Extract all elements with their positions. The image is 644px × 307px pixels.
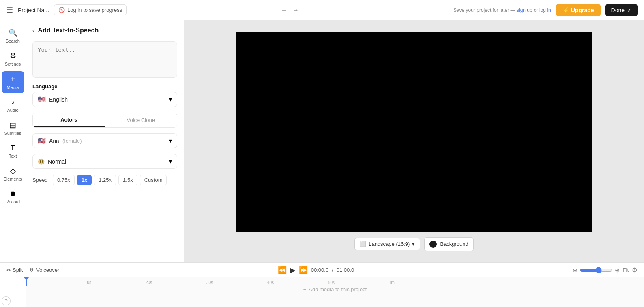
- ruler-mark-20s: 20s: [146, 280, 152, 285]
- actor-voice-tabs: Actors Voice Clone: [32, 113, 177, 128]
- voice-clone-tab[interactable]: Voice Clone: [105, 113, 177, 127]
- sidebar-item-search[interactable]: 🔍 Search: [2, 25, 24, 47]
- log-in-link[interactable]: log in: [539, 7, 551, 13]
- panel-title: Add Text-to-Speech: [38, 27, 99, 34]
- mood-chevron-icon: ▾: [169, 158, 172, 165]
- sidebar-label-media: Media: [7, 85, 19, 90]
- speed-075x[interactable]: 0.75x: [53, 175, 75, 185]
- actor-name: Aria: [49, 138, 59, 144]
- language-section: Language 🇺🇸 English ▾: [32, 83, 177, 107]
- actors-tab[interactable]: Actors: [33, 113, 105, 127]
- mood-value: Normal: [48, 158, 66, 165]
- zoom-out-button[interactable]: ⊖: [573, 267, 577, 273]
- actor-dropdown[interactable]: 🇺🇸 Aria (female) ▾: [32, 133, 177, 148]
- sidebar-item-settings[interactable]: ⚙ Settings: [2, 48, 24, 70]
- language-dropdown[interactable]: 🇺🇸 English ▾: [32, 92, 177, 107]
- add-media-icon: +: [303, 286, 307, 292]
- timeline-left-gutter: ?: [0, 277, 26, 307]
- sidebar-item-record[interactable]: ⏺ Record: [2, 186, 24, 207]
- undo-button[interactable]: ←: [279, 5, 289, 15]
- topbar-left: ☰ Project Na... 🚫 Log in to save progres…: [6, 4, 127, 15]
- forward-button[interactable]: ⏩: [299, 266, 308, 275]
- ruler-mark-10s: 10s: [85, 280, 91, 285]
- speed-15x[interactable]: 1.5x: [118, 175, 137, 185]
- mood-icon: 🙂: [38, 158, 45, 165]
- speed-buttons: 0.75x 1x 1.25x 1.5x Custom: [53, 175, 167, 185]
- landscape-label: Landscape (16:9): [369, 241, 410, 247]
- timeline-settings-button[interactable]: ⚙: [632, 266, 638, 274]
- zoom-slider[interactable]: [580, 267, 612, 273]
- actor-chevron-icon: ▾: [169, 137, 172, 145]
- language-value: English: [49, 96, 68, 103]
- speed-125x[interactable]: 1.25x: [94, 175, 116, 185]
- mood-selector: 🙂 Normal ▾: [32, 154, 177, 169]
- voiceover-button[interactable]: 🎙 Voiceover: [29, 267, 59, 273]
- done-label: Done: [611, 7, 625, 13]
- sidebar-label-search: Search: [6, 38, 20, 43]
- playhead: [26, 277, 27, 286]
- video-canvas: [236, 32, 592, 232]
- mood-dropdown[interactable]: 🙂 Normal ▾: [32, 154, 177, 169]
- split-label: Split: [13, 267, 23, 273]
- actor-selector: 🇺🇸 Aria (female) ▾: [32, 133, 177, 148]
- fit-button[interactable]: Fit: [623, 267, 629, 273]
- sidebar-label-subtitles: Subtitles: [4, 131, 21, 136]
- speed-custom[interactable]: Custom: [140, 175, 167, 185]
- canvas-area: ⬜ Landscape (16:9) ▾ Background: [184, 20, 644, 262]
- landscape-icon: ⬜: [360, 241, 366, 247]
- actor-gender: (female): [62, 138, 82, 144]
- upgrade-button[interactable]: ⚡ Upgrade: [556, 4, 601, 16]
- split-button[interactable]: ✂ Split: [6, 267, 23, 273]
- save-hint-text: Save your project for later — sign up or…: [453, 7, 551, 13]
- timeline-toolbar-left: ✂ Split 🎙 Voiceover: [6, 267, 59, 273]
- speed-section: Speed 0.75x 1x 1.25x 1.5x Custom: [32, 175, 177, 185]
- sidebar-item-text[interactable]: T Text: [2, 141, 24, 162]
- ruler-mark-50s: 50s: [328, 280, 335, 285]
- timeline-toolbar: ✂ Split 🎙 Voiceover ⏪ ▶ ⏩ 00:00.0 / 01:0…: [0, 263, 644, 277]
- sidebar-item-subtitles[interactable]: ▤ Subtitles: [2, 117, 24, 139]
- panel-back-button[interactable]: ‹: [32, 27, 34, 34]
- language-section-label: Language: [32, 83, 177, 90]
- menu-icon: ☰: [6, 6, 13, 15]
- save-progress-button[interactable]: 🚫 Log in to save progress: [54, 4, 127, 15]
- add-media-button[interactable]: + Add media to this project: [303, 286, 367, 292]
- tts-text-input[interactable]: [32, 41, 177, 78]
- speed-label: Speed: [32, 177, 49, 183]
- topbar-center: ← →: [279, 5, 301, 15]
- sidebar-item-elements[interactable]: ◇ Elements: [2, 163, 24, 185]
- actor-flag: 🇺🇸: [38, 137, 46, 145]
- sidebar-item-audio[interactable]: ♪ Audio: [2, 95, 24, 116]
- sidebar-label-elements: Elements: [4, 177, 22, 181]
- help-icon: ?: [4, 298, 8, 304]
- language-chevron-icon: ▾: [169, 96, 172, 103]
- topbar: ☰ Project Na... 🚫 Log in to save progres…: [0, 0, 644, 20]
- record-icon: ⏺: [9, 190, 17, 198]
- voiceover-icon: 🎙: [29, 267, 34, 273]
- speed-1x[interactable]: 1x: [77, 175, 92, 185]
- redo-button[interactable]: →: [291, 5, 301, 15]
- undo-redo-group: ← →: [279, 5, 301, 15]
- background-button[interactable]: Background: [424, 237, 473, 251]
- done-button[interactable]: Done ✓: [605, 4, 638, 16]
- timeline-track: ? 10s 20s 30s 40s 50s 1m + Add media to …: [0, 277, 644, 307]
- voiceover-label: Voiceover: [36, 267, 59, 273]
- sidebar-label-settings: Settings: [5, 62, 21, 66]
- rewind-button[interactable]: ⏪: [278, 266, 287, 275]
- menu-button[interactable]: ☰: [6, 6, 13, 15]
- landscape-button[interactable]: ⬜ Landscape (16:9) ▾: [354, 238, 420, 250]
- sidebar-label-text: Text: [9, 154, 17, 158]
- play-button[interactable]: ▶: [290, 266, 296, 275]
- help-button[interactable]: ?: [2, 296, 11, 305]
- main-area: 🔍 Search ⚙ Settings + Media ♪ Audio ▤ Su…: [0, 20, 644, 262]
- time-current: 00:00.0: [311, 267, 328, 273]
- ruler-mark-40s: 40s: [267, 280, 274, 285]
- zoom-in-button[interactable]: ⊕: [615, 267, 620, 273]
- canvas-controls: ⬜ Landscape (16:9) ▾ Background: [354, 237, 474, 251]
- sidebar-label-record: Record: [6, 199, 20, 204]
- timeline-toolbar-right: ⊖ ⊕ Fit ⚙: [573, 266, 638, 274]
- sign-up-link[interactable]: sign up: [517, 7, 532, 13]
- add-media-label: Add media to this project: [309, 286, 367, 292]
- upgrade-label: Upgrade: [571, 7, 594, 13]
- landscape-chevron-icon: ▾: [412, 241, 415, 247]
- sidebar-item-media[interactable]: + Media: [2, 71, 24, 93]
